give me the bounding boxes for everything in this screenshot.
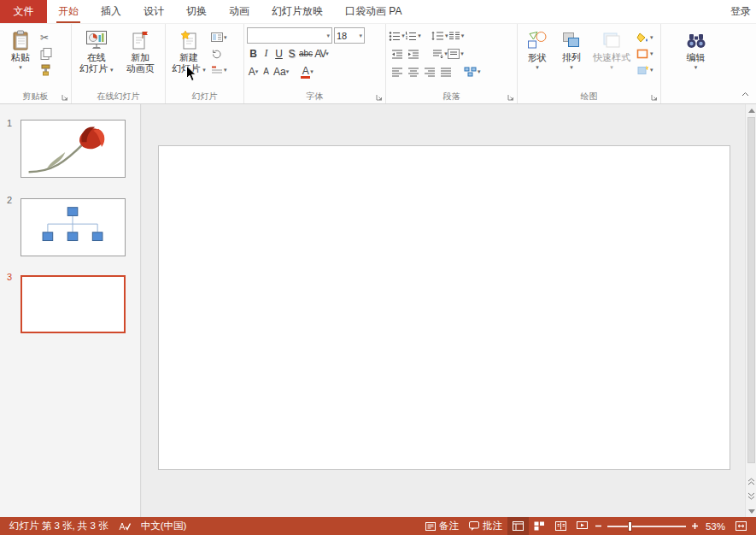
format-painter-button[interactable]: [38, 62, 54, 78]
org-chart-image: [21, 199, 125, 256]
shapes-button[interactable]: 形状 ▾: [520, 26, 554, 90]
chevron-down-icon: ▾: [224, 66, 227, 73]
reset-slide-button[interactable]: [209, 45, 229, 62]
text-shadow-button[interactable]: S: [285, 45, 298, 62]
slideshow-view-button[interactable]: [571, 517, 593, 535]
change-case-button[interactable]: Aa▾: [273, 63, 290, 79]
increase-indent-button[interactable]: [405, 45, 421, 62]
align-right-icon: [424, 67, 436, 77]
chevron-down-icon: ▾: [610, 63, 613, 71]
tab-animations[interactable]: 动画: [218, 0, 261, 23]
language-indicator[interactable]: 中文(中国): [136, 517, 192, 535]
file-tab[interactable]: 文件: [0, 0, 47, 23]
section-button[interactable]: ▾: [209, 62, 229, 78]
spellcheck-button[interactable]: [114, 517, 136, 535]
slide-thumbnail-1[interactable]: [21, 120, 126, 178]
scrollbar-thumb[interactable]: [747, 117, 755, 463]
editing-group: 编辑 ▾: [661, 24, 730, 103]
font-size-combo[interactable]: 18 ▾: [334, 27, 365, 44]
reset-icon: [211, 49, 222, 59]
strikethrough-button[interactable]: abc: [298, 45, 314, 62]
paragraph-group: ▾ ▾ ▾ ▾ ▾ ▾ ▾ 段落: [386, 24, 518, 103]
collapse-ribbon-button[interactable]: [741, 90, 749, 98]
zoom-in-button[interactable]: [689, 517, 700, 535]
numbering-button[interactable]: ▾: [405, 27, 421, 44]
zoom-out-button[interactable]: [593, 517, 604, 535]
text-direction-button[interactable]: ▾: [431, 45, 448, 62]
vertical-scrollbar[interactable]: [745, 104, 756, 517]
new-slide-button[interactable]: 新建 幻灯片 ▾: [168, 26, 209, 90]
tab-slideshow[interactable]: 幻灯片放映: [261, 0, 334, 23]
chevron-down-icon: ▾: [326, 32, 330, 39]
paragraph-dialog-launcher[interactable]: [507, 93, 515, 102]
reading-view-button[interactable]: [550, 517, 571, 535]
columns-button[interactable]: ▾: [448, 27, 465, 44]
smartart-convert-button[interactable]: ▾: [464, 63, 481, 79]
slide-thumbnail-3[interactable]: [21, 275, 126, 333]
tab-pocket-animation[interactable]: 口袋动画 PA: [334, 0, 413, 23]
slide-sorter-view-button[interactable]: [529, 517, 550, 535]
grow-font-button[interactable]: A▾: [247, 63, 260, 79]
align-text-button[interactable]: ▾: [448, 45, 464, 62]
chevron-down-icon: ▾: [536, 63, 539, 71]
bold-button[interactable]: B: [247, 45, 260, 62]
new-animation-page-label-line2: 动画页: [126, 63, 155, 74]
copy-button[interactable]: [38, 45, 54, 62]
line-spacing-icon: [431, 31, 444, 41]
smartart-icon: [464, 67, 477, 77]
editing-label: 编辑: [687, 52, 706, 63]
scroll-up-button[interactable]: [746, 104, 756, 116]
font-color-button[interactable]: A ▾: [300, 63, 314, 79]
character-spacing-button[interactable]: AV▾: [314, 45, 330, 62]
arrange-button[interactable]: 排列 ▾: [554, 26, 589, 90]
drawing-dialog-launcher[interactable]: [650, 93, 659, 102]
zoom-slider-thumb[interactable]: [628, 521, 632, 532]
tab-transitions[interactable]: 切换: [175, 0, 218, 23]
editing-button[interactable]: 编辑 ▾: [677, 26, 716, 90]
shape-effects-button[interactable]: ▾: [635, 62, 655, 78]
quick-styles-button[interactable]: 快速样式 ▾: [589, 26, 635, 90]
slide-thumbnail-2[interactable]: [21, 198, 126, 256]
cut-button[interactable]: ✂: [38, 29, 54, 45]
align-center-button[interactable]: [405, 63, 421, 79]
shape-fill-button[interactable]: ▾: [635, 29, 655, 45]
shrink-font-button[interactable]: A: [260, 63, 273, 79]
notes-button[interactable]: 备注: [420, 517, 464, 535]
font-dialog-launcher[interactable]: [375, 93, 384, 102]
zoom-slider[interactable]: [607, 526, 686, 527]
align-left-button[interactable]: [389, 63, 405, 79]
drawing-group: 形状 ▾ 排列 ▾ 快速样式 ▾: [518, 24, 661, 103]
new-animation-page-button[interactable]: 新加 动画页: [119, 26, 163, 90]
shape-outline-button[interactable]: ▾: [635, 45, 655, 62]
zoom-level[interactable]: 53%: [700, 517, 730, 535]
paste-button[interactable]: 粘贴 ▾: [3, 26, 38, 90]
scroll-down-button[interactable]: [746, 505, 756, 517]
tab-insert[interactable]: 插入: [90, 0, 132, 23]
layout-button[interactable]: ▾: [209, 29, 229, 45]
ribbon: 粘贴 ▾ ✂ 剪贴板 在线 幻灯片 ▾: [0, 24, 756, 104]
bullets-button[interactable]: ▾: [389, 27, 405, 44]
online-slides-button[interactable]: 在线 幻灯片 ▾: [74, 26, 119, 90]
slide-editing-area[interactable]: [158, 145, 730, 470]
normal-view-button[interactable]: [507, 517, 529, 535]
previous-slide-button[interactable]: [746, 475, 756, 487]
clipboard-group: 粘贴 ▾ ✂ 剪贴板: [0, 24, 72, 103]
italic-button[interactable]: I: [260, 45, 273, 62]
align-center-icon: [407, 67, 419, 77]
tab-home[interactable]: 开始: [47, 0, 90, 23]
clipboard-dialog-launcher[interactable]: [61, 93, 69, 102]
comments-icon: [469, 521, 479, 531]
tab-design[interactable]: 设计: [132, 0, 175, 23]
next-slide-button[interactable]: [746, 490, 756, 502]
decrease-indent-button[interactable]: [389, 45, 405, 62]
chevron-down-icon[interactable]: ▾: [19, 63, 22, 71]
justify-button[interactable]: [437, 63, 454, 79]
font-name-combo[interactable]: ▾: [247, 27, 332, 44]
line-spacing-button[interactable]: ▾: [431, 27, 448, 44]
align-right-button[interactable]: [421, 63, 437, 79]
underline-button[interactable]: U: [273, 45, 285, 62]
minus-icon: [595, 522, 602, 530]
login-link[interactable]: 登录: [725, 0, 756, 23]
comments-button[interactable]: 批注: [464, 517, 507, 535]
fit-to-window-button[interactable]: [730, 517, 752, 535]
